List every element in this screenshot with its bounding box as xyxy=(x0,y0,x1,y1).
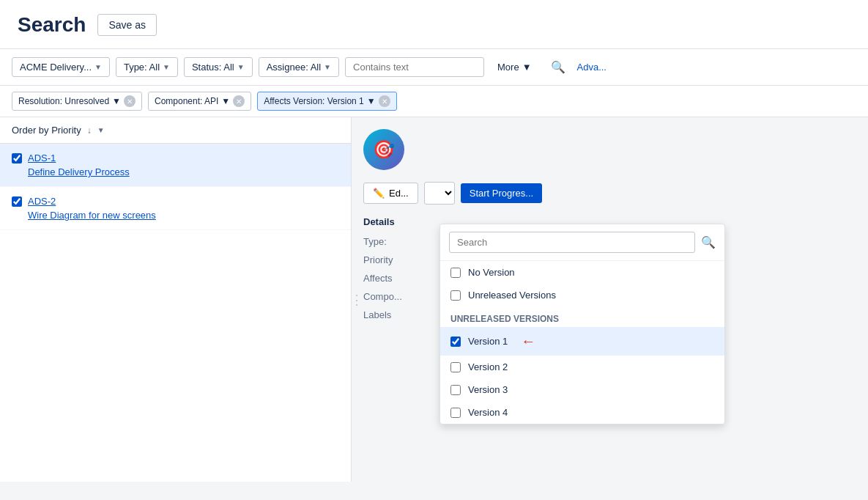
edit-button[interactable]: ✏️ Ed... xyxy=(363,183,418,204)
assignee-filter-label: Assignee: All xyxy=(267,62,321,73)
start-progress-button[interactable]: Start Progres... xyxy=(461,183,542,203)
version-1-checkbox[interactable] xyxy=(450,337,461,347)
component-label: Compo... xyxy=(363,291,437,302)
edit-pencil-icon: ✏️ xyxy=(373,188,385,199)
type-field: Type: xyxy=(363,236,437,247)
version-search-icon: 🔍 xyxy=(701,235,716,249)
version-4-label: Version 4 xyxy=(468,407,508,418)
component-filter-chip[interactable]: Component: API ▼ ✕ xyxy=(148,92,251,111)
issue-ads1-title[interactable]: Define Delivery Process xyxy=(28,166,339,177)
no-version-checkbox[interactable] xyxy=(450,268,461,278)
project-avatar: 🎯 xyxy=(363,129,404,170)
project-filter-label: ACME Delivery... xyxy=(20,62,92,73)
workflow-select[interactable] xyxy=(424,182,455,205)
resolution-filter-remove[interactable]: ✕ xyxy=(124,95,136,107)
contains-text-input[interactable] xyxy=(345,57,484,77)
dropdown-search-row: 🔍 xyxy=(440,224,724,261)
no-version-item[interactable]: No Version xyxy=(440,261,724,284)
version-3-label: Version 3 xyxy=(468,384,508,395)
version-1-item[interactable]: Version 1 ← xyxy=(440,327,724,356)
project-filter-arrow: ▼ xyxy=(94,63,102,71)
component-filter-label: Component: API xyxy=(155,96,218,106)
resolution-filter-chip[interactable]: Resolution: Unresolved ▼ ✕ xyxy=(12,92,142,111)
left-panel: Order by Priority ↓ ▼ ADS-1 Define Deliv… xyxy=(0,117,352,482)
type-filter-arrow: ▼ xyxy=(163,63,170,71)
unreleased-versions-checkbox[interactable] xyxy=(450,290,461,301)
status-filter-label: Status: All xyxy=(192,62,234,73)
unreleased-versions-item[interactable]: Unreleased Versions xyxy=(440,284,724,306)
priority-label: Priority xyxy=(363,254,437,265)
order-expand-icon[interactable]: ▼ xyxy=(97,126,105,134)
order-bar: Order by Priority ↓ ▼ xyxy=(0,117,351,144)
more-arrow: ▼ xyxy=(522,62,532,73)
version-4-checkbox[interactable] xyxy=(450,408,461,418)
search-icon[interactable]: 🔍 xyxy=(545,56,571,78)
affects-version-filter-label: Affects Version: Version 1 xyxy=(264,96,364,106)
issue-detail-header: 🎯 xyxy=(363,129,856,170)
main-content: Order by Priority ↓ ▼ ADS-1 Define Deliv… xyxy=(0,117,868,482)
labels-field: Labels xyxy=(363,309,437,320)
issue-ads1-checkbox[interactable] xyxy=(12,153,22,163)
version-1-arrow-icon: ← xyxy=(521,333,535,350)
type-label: Type: xyxy=(363,236,437,247)
more-button[interactable]: More ▼ xyxy=(490,58,539,76)
type-filter-label: Type: All xyxy=(124,62,160,73)
version-3-checkbox[interactable] xyxy=(450,385,461,395)
avatar-icon: 🎯 xyxy=(373,139,395,160)
issue-item-ads2[interactable]: ADS-2 Wire Diagram for new screens xyxy=(0,187,351,230)
affects-label: Affects xyxy=(363,273,437,284)
affects-version-filter-remove[interactable]: ✕ xyxy=(379,95,390,107)
assignee-filter-arrow: ▼ xyxy=(324,63,331,71)
affects-field: Affects xyxy=(363,273,437,284)
priority-field: Priority xyxy=(363,254,437,265)
assignee-filter-chip[interactable]: Assignee: All ▼ xyxy=(259,57,339,77)
filter-bar: ACME Delivery... ▼ Type: All ▼ Status: A… xyxy=(0,49,868,86)
save-as-button[interactable]: Save as xyxy=(97,14,157,36)
version-1-label: Version 1 xyxy=(468,336,508,347)
issue-ads2-key[interactable]: ADS-2 xyxy=(28,196,56,207)
version-4-item[interactable]: Version 4 xyxy=(440,401,724,424)
unreleased-versions-label: Unreleased Versions xyxy=(468,290,556,301)
no-version-label: No Version xyxy=(468,267,515,278)
type-filter-chip[interactable]: Type: All ▼ xyxy=(116,57,178,77)
more-label: More xyxy=(497,62,519,73)
version-search-input[interactable] xyxy=(449,232,695,253)
issue-item-ads1[interactable]: ADS-1 Define Delivery Process xyxy=(0,144,351,187)
issue-ads1-key[interactable]: ADS-1 xyxy=(28,152,56,163)
component-filter-remove[interactable]: ✕ xyxy=(233,95,245,107)
issue-ads2-checkbox[interactable] xyxy=(12,196,22,207)
resolution-filter-label: Resolution: Unresolved xyxy=(18,96,109,106)
status-filter-arrow: ▼ xyxy=(237,63,245,71)
active-filters-row: Resolution: Unresolved ▼ ✕ Component: AP… xyxy=(0,86,868,117)
order-by-label: Order by Priority xyxy=(12,125,81,136)
affects-version-filter-chip[interactable]: Affects Version: Version 1 ▼ ✕ xyxy=(257,92,396,111)
status-filter-chip[interactable]: Status: All ▼ xyxy=(184,57,253,77)
version-3-item[interactable]: Version 3 xyxy=(440,378,724,401)
version-2-checkbox[interactable] xyxy=(450,362,461,372)
detail-actions: ✏️ Ed... Start Progres... xyxy=(363,182,856,205)
issue-ads2-title[interactable]: Wire Diagram for new screens xyxy=(28,210,339,221)
page-header: Search Save as xyxy=(0,0,868,49)
affects-version-dropdown: 🔍 No Version Unreleased Versions Unrelea… xyxy=(439,224,725,424)
component-field: Compo... xyxy=(363,291,437,302)
edit-label: Ed... xyxy=(389,188,409,199)
labels-label: Labels xyxy=(363,309,437,320)
unreleased-versions-section-header: Unreleased Versions xyxy=(440,306,724,327)
project-filter-chip[interactable]: ACME Delivery... ▼ xyxy=(12,57,110,77)
resolution-filter-arrow: ▼ xyxy=(112,96,121,106)
panel-resize-handle[interactable]: ⋮ xyxy=(350,292,363,308)
order-down-arrow-icon: ↓ xyxy=(87,125,92,136)
advanced-link[interactable]: Adva... xyxy=(577,62,607,73)
page-title: Search xyxy=(18,13,86,37)
affects-version-arrow: ▼ xyxy=(367,96,376,106)
version-2-item[interactable]: Version 2 xyxy=(440,356,724,378)
version-2-label: Version 2 xyxy=(468,361,508,372)
component-filter-arrow: ▼ xyxy=(221,96,230,106)
